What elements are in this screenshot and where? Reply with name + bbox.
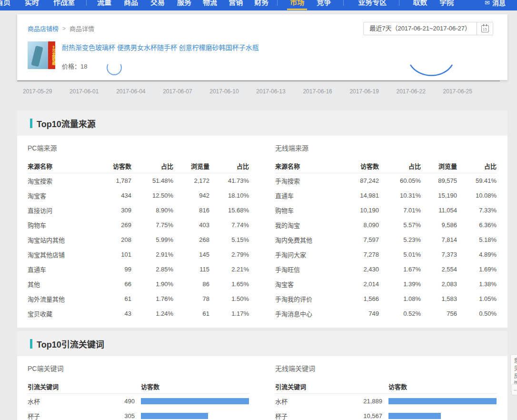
nav-item-realtime[interactable]: 实时 — [25, 0, 39, 10]
visitors-value: 749 — [346, 310, 379, 317]
calendar-button[interactable]: 15 — [477, 22, 493, 35]
nav-item-messages[interactable]: ✉ 消息 — [485, 0, 506, 7]
nav-item-traffic[interactable]: 流量 — [97, 0, 111, 10]
nav-item-finance[interactable]: 财务 — [254, 0, 268, 10]
keyword-row: 杯子 10,567 — [275, 409, 497, 420]
visitors-value: 208 — [98, 236, 131, 243]
axis-date-label: 2017-06-22 — [397, 88, 426, 95]
source-name: 手淘消息中心 — [275, 309, 346, 318]
visitors-pct-value: 2.91% — [131, 251, 173, 258]
keyword-name: 水杯 — [275, 397, 360, 406]
trend-line-svg — [17, 64, 507, 80]
nav-item-business-zone[interactable]: 业务专区 — [358, 0, 387, 10]
visitors-value: 8,090 — [346, 221, 379, 229]
pc-keywords-table: PC端关键词 引流关键词 访客数 水杯 490 杯子 — [28, 363, 249, 420]
calendar-icon: 15 — [481, 25, 489, 32]
nav-item-data-fetch[interactable]: 取数 — [413, 0, 427, 10]
visitors-pct-value: 7.01% — [379, 207, 421, 214]
date-range-label[interactable]: 最近7天（2017-06-21~2017-06-27） — [364, 22, 477, 35]
views-value: 403 — [173, 221, 209, 229]
visitors-value: 10,190 — [346, 207, 379, 214]
visitors-pct-value: 1.39% — [379, 280, 421, 288]
source-name: 购物车 — [275, 206, 346, 215]
keyword-visitors-value: 21,889 — [360, 398, 382, 405]
section-accent-bar — [30, 339, 32, 349]
visitors-pct-value: 1.08% — [379, 295, 421, 302]
visitors-pct-value: 60.05% — [379, 177, 421, 184]
views-value: 816 — [173, 207, 209, 214]
visitors-pct-value: 5.99% — [131, 236, 173, 243]
source-name: 直通车 — [28, 265, 98, 274]
section-title: Top10引流关键词 — [37, 338, 104, 350]
visitors-value: 14,981 — [346, 192, 379, 199]
axis-date-label: 2017-06-01 — [70, 88, 99, 95]
nav-item-competition[interactable]: 竞争 — [317, 0, 331, 10]
views-value: 268 — [173, 236, 209, 243]
source-name: 其他 — [28, 280, 98, 289]
table-row: 淘宝客 2,014 1.39% 2,083 1.38% — [275, 277, 497, 291]
views-value: 2,554 — [421, 266, 457, 273]
source-name: 淘外流量其他 — [28, 294, 98, 303]
nav-item-home[interactable]: 首页 — [0, 0, 10, 10]
col-header-keyword: 引流关键词 — [275, 382, 360, 391]
table-row: 淘外流量其他 61 1.76% 78 1.50% — [28, 291, 249, 306]
views-pct-value: 41.73% — [209, 177, 249, 184]
nav-item-market-active[interactable]: 市场 — [290, 0, 304, 10]
table-subtitle: PC端关键词 — [28, 363, 249, 373]
nav-item-warroom[interactable]: 作战室 — [53, 0, 75, 10]
feedback-collapse-button[interactable]: – — [511, 384, 517, 395]
highlight-point-ring — [107, 64, 121, 75]
col-header-visitors: 访客数 — [98, 161, 131, 170]
views-pct-value: 1.38% — [457, 280, 497, 288]
col-header-visitors-pct: 占比 — [379, 161, 421, 170]
section-header-band: Top10引流关键词 — [17, 331, 507, 356]
axis-date-label: 2017-06-25 — [443, 88, 472, 95]
visitors-value: 99 — [98, 266, 131, 273]
views-pct-value: 5.18% — [457, 236, 497, 243]
nav-item-trade[interactable]: 交易 — [150, 0, 165, 10]
views-pct-value: 59.41% — [457, 177, 497, 184]
views-value: 145 — [173, 251, 209, 258]
source-name: 手淘问大家 — [275, 250, 346, 259]
source-name: 手淘搜索 — [275, 176, 346, 185]
axis-date-label: 2017-05-29 — [23, 88, 52, 95]
col-header-visitors-pct: 占比 — [131, 161, 173, 170]
breadcrumb-separator: > — [62, 25, 66, 32]
visitors-value: 434 — [98, 192, 131, 199]
nav-item-goods[interactable]: 商品 — [124, 0, 138, 10]
keyword-visitors-value: 490 — [112, 398, 135, 405]
table-row: 其他 66 1.90% 86 1.65% — [28, 277, 249, 291]
keyword-bar — [388, 398, 497, 404]
visitors-value: 43 — [98, 310, 131, 317]
breadcrumb-parent-link[interactable]: 商品店铺榜 — [28, 24, 59, 33]
bottle-graphic — [31, 46, 43, 67]
keyword-name: 水杯 — [28, 397, 112, 406]
nav-item-marketing[interactable]: 营销 — [229, 0, 243, 10]
wireless-sources-table: 无线端来源 来源名称 访客数 占比 浏览量 占比 手淘搜索 87,242 60.… — [275, 143, 497, 321]
top-navbar: 首页 实时 作战室 流量 商品 交易 服务 物流 营销 财务 市场 竞争 业务专… — [0, 0, 517, 10]
keyword-visitors-value: 305 — [112, 412, 135, 420]
source-name: 购物车 — [28, 220, 98, 230]
views-pct-value: 1.05% — [457, 295, 497, 302]
source-name: 我的淘宝 — [275, 220, 346, 230]
views-pct-value: 0.50% — [457, 310, 497, 317]
table-row: 购物车 269 7.75% 403 7.74% — [28, 218, 249, 232]
visitors-value: 309 — [98, 207, 131, 214]
nav-item-service[interactable]: 服务 — [177, 0, 191, 10]
visitors-value: 7,278 — [346, 251, 379, 258]
keyword-row: 水杯 21,889 — [275, 394, 497, 409]
visitors-pct-value: 1.76% — [131, 295, 173, 302]
table-row: 直接访问 309 8.90% 816 15.68% — [28, 203, 249, 218]
wireless-keywords-table: 无线端关键词 引流关键词 访客数 水杯 21,889 杯子 — [275, 363, 497, 420]
nav-item-logistics[interactable]: 物流 — [203, 0, 217, 10]
col-header-source: 来源名称 — [275, 161, 346, 170]
views-value: 61 — [173, 310, 209, 317]
nav-item-academy[interactable]: 学院 — [439, 0, 454, 10]
table-row: 手淘问大家 7,278 5.01% 7,373 4.89% — [275, 247, 497, 262]
date-range-picker[interactable]: 最近7天（2017-06-21~2017-06-27） 15 — [363, 22, 493, 35]
product-title-link[interactable]: 耐热渐变色玻璃杯 便携男女水杯随手杯 创意柠檬磨砂韩国杯子水瓶 — [62, 42, 259, 52]
source-name: 直通车 — [275, 191, 346, 200]
views-value: 756 — [421, 310, 457, 317]
traffic-sources-section: Top10流量来源 PC端来源 来源名称 访客数 占比 浏览量 占比 淘宝搜索 … — [17, 110, 507, 328]
source-name: 淘宝客 — [28, 191, 98, 200]
